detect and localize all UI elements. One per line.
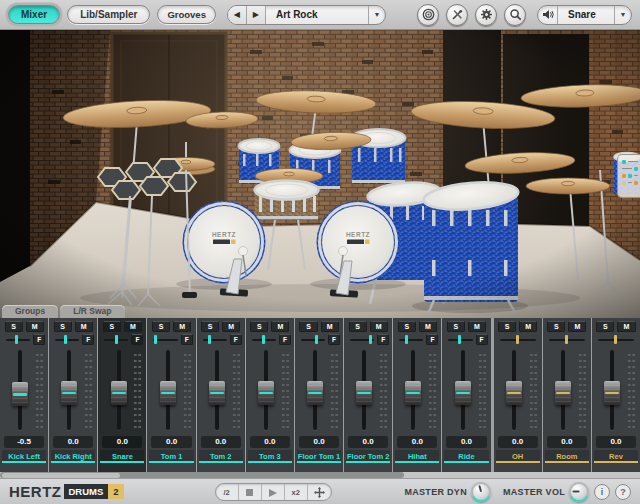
fx-button[interactable]: F xyxy=(476,334,488,345)
volume-fader[interactable] xyxy=(356,381,372,405)
tab-grooves[interactable]: Grooves xyxy=(157,5,216,24)
mute-button[interactable]: M xyxy=(568,321,586,332)
solo-button[interactable]: S xyxy=(299,321,317,332)
speaker-icon[interactable] xyxy=(538,5,558,25)
tab-lib-sampler[interactable]: Lib/Sampler xyxy=(67,5,150,24)
solo-button[interactable]: S xyxy=(152,321,170,332)
pan-slider[interactable] xyxy=(300,334,326,345)
fx-button[interactable]: F xyxy=(33,334,45,345)
scrollbar-thumb[interactable] xyxy=(2,473,120,478)
volume-fader[interactable] xyxy=(604,381,620,405)
volume-fader[interactable] xyxy=(405,381,421,405)
pan-slider[interactable] xyxy=(398,334,424,345)
pan-slider[interactable] xyxy=(597,334,635,345)
master-vol-knob[interactable] xyxy=(569,482,589,502)
preset-next-button[interactable]: ▶ xyxy=(247,5,266,25)
info-button[interactable]: i xyxy=(594,484,610,500)
channel-label[interactable]: Tom 1 xyxy=(149,450,193,463)
pan-slider[interactable] xyxy=(5,334,31,345)
channel-label[interactable]: Floor Tom 2 xyxy=(346,450,390,463)
preset-value[interactable]: Art Rock xyxy=(266,9,368,20)
mute-button[interactable]: M xyxy=(468,321,486,332)
solo-button[interactable]: S xyxy=(250,321,268,332)
mute-button[interactable]: M xyxy=(26,321,44,332)
pan-slider[interactable] xyxy=(103,334,129,345)
mute-button[interactable]: M xyxy=(419,321,437,332)
solo-button[interactable]: S xyxy=(5,321,23,332)
mute-button[interactable]: M xyxy=(124,321,142,332)
tempo-half-button[interactable]: /2 xyxy=(216,484,239,501)
record-target-icon[interactable] xyxy=(417,4,439,26)
channel-label[interactable]: Hihat xyxy=(395,450,439,463)
play-button[interactable] xyxy=(262,484,285,501)
voice-dropdown-arrow-icon[interactable]: ▼ xyxy=(614,5,631,25)
mute-button[interactable]: M xyxy=(271,321,289,332)
fx-button[interactable]: F xyxy=(279,334,291,345)
mute-button[interactable]: M xyxy=(617,321,635,332)
preset-prev-button[interactable]: ◀ xyxy=(228,5,247,25)
pan-slider[interactable] xyxy=(499,334,537,345)
pan-slider[interactable] xyxy=(251,334,277,345)
move-button[interactable] xyxy=(308,484,331,501)
volume-fader[interactable] xyxy=(209,381,225,405)
fx-button[interactable]: F xyxy=(328,334,340,345)
channel-label[interactable]: Tom 3 xyxy=(248,450,292,463)
channel-label[interactable]: Kick Left xyxy=(2,450,46,463)
channel-label[interactable]: Snare xyxy=(100,450,144,463)
mute-button[interactable]: M xyxy=(519,321,537,332)
drumsticks-icon[interactable] xyxy=(446,4,468,26)
settings-gear-icon[interactable] xyxy=(475,4,497,26)
drum-kit-scene[interactable]: HERTZ HERTZ xyxy=(0,30,640,318)
fx-button[interactable]: F xyxy=(131,334,143,345)
channel-label[interactable]: Floor Tom 1 xyxy=(297,450,341,463)
mute-button[interactable]: M xyxy=(370,321,388,332)
solo-button[interactable]: S xyxy=(447,321,465,332)
pan-slider[interactable] xyxy=(447,334,473,345)
volume-fader[interactable] xyxy=(555,381,571,405)
solo-button[interactable]: S xyxy=(596,321,614,332)
tab-mixer[interactable]: Mixer xyxy=(8,5,60,24)
fx-button[interactable]: F xyxy=(377,334,389,345)
mute-button[interactable]: M xyxy=(173,321,191,332)
mute-button[interactable]: M xyxy=(321,321,339,332)
pan-slider[interactable] xyxy=(152,334,178,345)
search-icon[interactable] xyxy=(504,4,526,26)
solo-button[interactable]: S xyxy=(498,321,516,332)
channel-label[interactable]: OH xyxy=(496,450,540,463)
kit-settings-flyout[interactable] xyxy=(617,154,640,198)
tab-lr-swap[interactable]: L/R Swap xyxy=(60,305,124,318)
channel-label[interactable]: Tom 2 xyxy=(199,450,243,463)
volume-fader[interactable] xyxy=(111,381,127,405)
volume-fader[interactable] xyxy=(307,381,323,405)
pan-slider[interactable] xyxy=(202,334,228,345)
help-button[interactable]: ? xyxy=(615,484,631,500)
volume-fader[interactable] xyxy=(160,381,176,405)
voice-value[interactable]: Snare xyxy=(558,9,614,20)
volume-fader[interactable] xyxy=(506,381,522,405)
volume-fader[interactable] xyxy=(12,382,28,406)
preset-dropdown-arrow-icon[interactable]: ▼ xyxy=(368,5,385,25)
solo-button[interactable]: S xyxy=(349,321,367,332)
solo-button[interactable]: S xyxy=(398,321,416,332)
solo-button[interactable]: S xyxy=(103,321,121,332)
fx-button[interactable]: F xyxy=(230,334,242,345)
mute-button[interactable]: M xyxy=(75,321,93,332)
mute-button[interactable]: M xyxy=(222,321,240,332)
solo-button[interactable]: S xyxy=(54,321,72,332)
tempo-double-button[interactable]: x2 xyxy=(285,484,308,501)
channel-label[interactable]: Ride xyxy=(444,450,488,463)
volume-fader[interactable] xyxy=(455,381,471,405)
stop-button[interactable] xyxy=(239,484,262,501)
channel-label[interactable]: Room xyxy=(545,450,589,463)
pan-slider[interactable] xyxy=(349,334,375,345)
master-dyn-knob[interactable] xyxy=(471,482,491,502)
channel-label[interactable]: Rev xyxy=(594,450,638,463)
volume-fader[interactable] xyxy=(61,381,77,405)
fx-button[interactable]: F xyxy=(426,334,438,345)
tab-groups[interactable]: Groups xyxy=(2,305,58,318)
channel-label[interactable]: Kick Right xyxy=(51,450,95,463)
volume-fader[interactable] xyxy=(258,381,274,405)
fx-button[interactable]: F xyxy=(82,334,94,345)
fx-button[interactable]: F xyxy=(181,334,193,345)
solo-button[interactable]: S xyxy=(547,321,565,332)
